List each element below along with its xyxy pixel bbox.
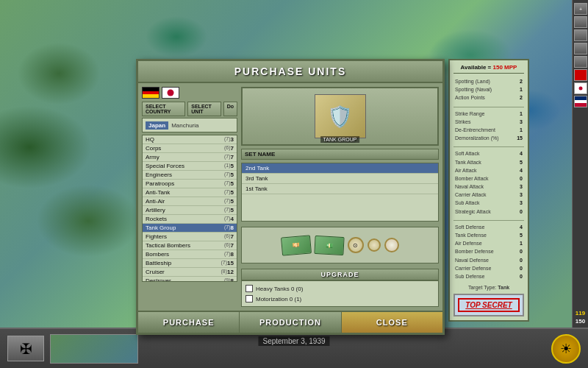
unit-item[interactable]: Fighters(6)7 [143, 233, 237, 241]
unit-item[interactable]: Bombers(7)8 [143, 250, 237, 259]
middle-column: 🛡️ TANK GROUP SET NAME 2nd Tank3rd Tank1… [241, 87, 439, 307]
manchuria-option[interactable]: Manchuria [168, 121, 201, 130]
panel-number-2: 150 [574, 318, 587, 325]
panel-btn-1[interactable]: + [574, 3, 587, 15]
unit-item[interactable]: Tactical Bombers(6)7 [143, 241, 237, 250]
range-section: Strike Range1 Strikes3 De-Entrenchment1 … [453, 110, 524, 143]
country-list[interactable]: Japan Manchuria [142, 118, 237, 132]
purchase-units-dialog: PURCHASE UNITS SELECT COUNTRY SELECT UNI… [136, 59, 445, 335]
unit-item[interactable]: Destroyer(9)8 [143, 277, 237, 282]
mini-map[interactable] [50, 334, 138, 364]
flag-germany[interactable] [142, 87, 159, 99]
banknote-2: 💵 [314, 235, 344, 255]
dialog-buttons: PURCHASE PRODUCTION CLOSE [138, 311, 442, 333]
unit-item[interactable]: Battleship(7)15 [143, 259, 237, 268]
select-unit-header: SELECT UNIT [187, 102, 220, 116]
panel-btn-flag2[interactable] [574, 82, 587, 94]
production-button[interactable]: PRODUCTION [240, 312, 341, 333]
coin-2 [368, 238, 381, 252]
close-button[interactable]: CLOSE [342, 312, 442, 333]
dialog-body: SELECT COUNTRY SELECT UNIT Do Japan Manc… [138, 83, 442, 311]
upgrade-checkbox[interactable] [245, 285, 253, 292]
unit-item[interactable]: Anti-Tank(7)5 [143, 188, 237, 197]
dialog-title-bar: PURCHASE UNITS [138, 61, 442, 83]
upgrade-item: Motorization 0 (1) [245, 294, 434, 304]
upgrade-list: Heavy Tanks 0 (0)Motorization 0 (1) [241, 280, 439, 307]
right-panel: + 119 150 [572, 0, 588, 328]
taskbar-sun[interactable]: ☀ [551, 334, 581, 364]
target-type: Target Type: Tank [453, 285, 524, 290]
selected-country[interactable]: Japan [146, 121, 168, 130]
upgrade-checkbox[interactable] [245, 295, 253, 302]
unit-item[interactable]: Paratroops(7)5 [143, 180, 237, 188]
defense-section: Soft Defense4 Tank Defense5 Air Defense1… [453, 223, 524, 280]
unit-portrait-area: 🛡️ TANK GROUP [241, 87, 439, 146]
unit-list[interactable]: HQ(7)3Corps(6)7Army(7)7Special Forces(1)… [142, 135, 237, 282]
top-secret-text: TOP SECRET [458, 298, 520, 312]
set-name-item[interactable]: 2nd Tank [242, 163, 438, 174]
purchase-button[interactable]: PURCHASE [138, 312, 240, 333]
taskbar-emblem[interactable]: ✠ [7, 336, 44, 361]
dialog-title: PURCHASE UNITS [138, 66, 442, 77]
panel-btn-3[interactable] [574, 29, 587, 41]
panel-btn-2[interactable] [574, 16, 587, 28]
unit-item[interactable]: Army(7)7 [143, 153, 237, 162]
left-column: SELECT COUNTRY SELECT UNIT Do Japan Manc… [142, 87, 237, 307]
taskbar-left: ✠ [7, 334, 138, 364]
available-label: Available = 150 MPP [453, 64, 524, 74]
stats-panel: Available = 150 MPP Spotting (Land)2 Spo… [448, 59, 529, 322]
panel-btn-flag1[interactable] [574, 69, 587, 81]
panel-btn-flag3[interactable] [574, 96, 587, 107]
unit-item[interactable]: Anti-Air(7)5 [143, 197, 237, 206]
upgrade-item: Heavy Tanks 0 (0) [245, 283, 434, 294]
divider-3 [453, 220, 524, 221]
set-name-label: SET NAME [241, 149, 439, 160]
coin-1: ⊙ [348, 237, 364, 253]
unit-item[interactable]: Rockets(7)4 [143, 215, 237, 224]
unit-item[interactable]: HQ(7)3 [143, 135, 237, 144]
panel-number-1: 119 [574, 310, 587, 316]
panel-btn-5[interactable] [574, 56, 587, 68]
unit-portrait-label: TANK GROUP [320, 136, 360, 143]
flags-row [142, 87, 237, 99]
upgrade-section: UPGRADE Heavy Tanks 0 (0)Motorization 0 … [241, 269, 439, 307]
upgrade-header: UPGRADE [241, 269, 439, 280]
banknote: 💴 [280, 235, 311, 255]
do-header: Do [223, 102, 237, 116]
section-headers: SELECT COUNTRY SELECT UNIT Do [142, 102, 237, 116]
unit-item[interactable]: Engineers(7)5 [143, 171, 237, 180]
flag-japan[interactable] [162, 87, 179, 99]
unit-portrait: 🛡️ [315, 94, 366, 138]
attack-section: Soft Attack4 Tank Attack5 Air Attack4 Bo… [453, 149, 524, 216]
unit-item[interactable]: Tank Group(7)8 [143, 224, 237, 233]
taskbar-date: September 3, 1939 [258, 336, 329, 346]
select-country-header: SELECT COUNTRY [142, 102, 185, 116]
money-area: 💴 💵 ⊙ [241, 227, 439, 263]
top-secret-badge: TOP SECRET [453, 294, 524, 316]
unit-item[interactable]: Special Forces(1)5 [143, 162, 237, 171]
coin-3 [384, 238, 399, 252]
set-name-item[interactable]: 3rd Tank [242, 174, 438, 184]
spotting-section: Spotting (Land)2 Spotting (Naval)1 Actio… [453, 77, 524, 102]
unit-item[interactable]: Corps(6)7 [143, 144, 237, 153]
unit-item[interactable]: Artillery(7)5 [143, 206, 237, 215]
unit-item[interactable]: Cruiser(8)12 [143, 268, 237, 277]
divider-1 [453, 107, 524, 107]
divider-2 [453, 146, 524, 147]
panel-btn-4[interactable] [574, 43, 587, 54]
set-name-item[interactable]: 1st Tank [242, 184, 438, 194]
set-name-list[interactable]: 2nd Tank3rd Tank1st Tank [241, 163, 439, 222]
